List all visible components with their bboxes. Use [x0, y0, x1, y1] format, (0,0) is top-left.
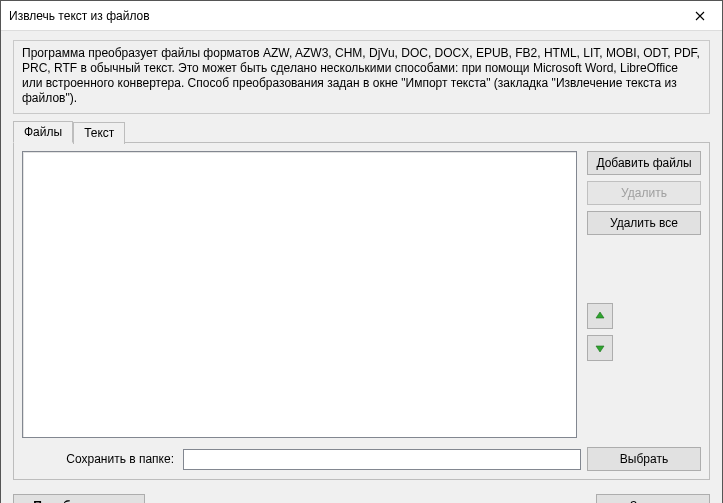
choose-folder-label: Выбрать: [620, 452, 668, 466]
tabs-header: Файлы Текст: [13, 120, 710, 142]
add-files-label: Добавить файлы: [596, 156, 691, 170]
save-folder-label: Сохранить в папке:: [22, 452, 177, 466]
convert-label: Преобразовать: [33, 499, 125, 503]
save-folder-input[interactable]: [183, 449, 581, 470]
dialog-body: Программа преобразует файлы форматов AZW…: [1, 31, 722, 503]
bottom-row: Преобразовать Закрыть: [13, 494, 710, 503]
file-list[interactable]: [22, 151, 577, 438]
side-buttons: Добавить файлы Удалить Удалить все: [587, 151, 701, 438]
description-box: Программа преобразует файлы форматов AZW…: [13, 40, 710, 114]
delete-button[interactable]: Удалить: [587, 181, 701, 205]
tabs-area: Файлы Текст Добавить файлы Удалить: [13, 120, 710, 480]
window-title: Извлечь текст из файлов: [1, 9, 678, 23]
add-files-button[interactable]: Добавить файлы: [587, 151, 701, 175]
titlebar: Извлечь текст из файлов: [1, 1, 722, 31]
close-label: Закрыть: [630, 499, 676, 503]
close-button[interactable]: Закрыть: [596, 494, 710, 503]
tab-files[interactable]: Файлы: [13, 121, 73, 143]
move-down-button[interactable]: [587, 335, 613, 361]
arrow-down-icon: [595, 343, 605, 353]
tab-panel-files: Добавить файлы Удалить Удалить все: [13, 142, 710, 480]
move-up-button[interactable]: [587, 303, 613, 329]
save-row: Сохранить в папке: Выбрать: [22, 447, 701, 471]
description-text: Программа преобразует файлы форматов AZW…: [22, 46, 700, 105]
arrow-up-icon: [595, 311, 605, 321]
tab-text[interactable]: Текст: [73, 122, 125, 144]
convert-button[interactable]: Преобразовать: [13, 494, 145, 503]
tab-files-label: Файлы: [24, 125, 62, 139]
delete-all-label: Удалить все: [610, 216, 678, 230]
delete-all-button[interactable]: Удалить все: [587, 211, 701, 235]
extract-text-dialog: Извлечь текст из файлов Программа преобр…: [0, 0, 723, 503]
delete-label: Удалить: [621, 186, 667, 200]
close-icon[interactable]: [678, 1, 722, 31]
tab-text-label: Текст: [84, 126, 114, 140]
choose-folder-button[interactable]: Выбрать: [587, 447, 701, 471]
